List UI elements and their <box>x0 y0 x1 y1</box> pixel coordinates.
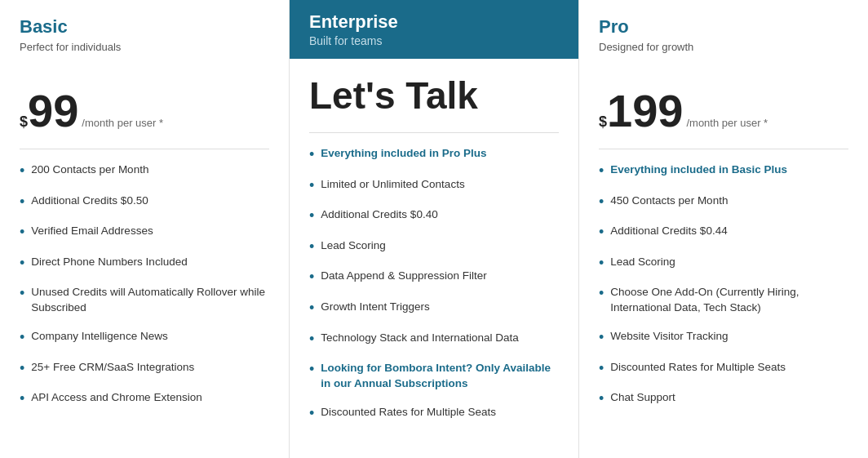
bullet-icon: • <box>599 285 604 303</box>
bullet-icon: • <box>20 162 24 180</box>
enterprise-plan-subtitle: Built for teams <box>309 34 559 47</box>
pro-price-block: $ 199 /month per user * <box>599 88 848 134</box>
pro-plan-name: Pro <box>599 16 848 38</box>
list-item: • Everything included in Pro Plus <box>309 146 559 164</box>
bullet-icon: • <box>309 177 314 195</box>
list-item: • Discounted Rates for Multiple Seats <box>599 360 848 378</box>
bullet-icon: • <box>599 360 604 378</box>
list-item: • Discounted Rates for Multiple Seats <box>309 405 559 423</box>
enterprise-plan-column: Enterprise Built for teams Let's Talk • … <box>290 0 579 458</box>
pro-feature-list: • Everything included in Basic Plus • 45… <box>599 162 848 408</box>
basic-plan-column: Basic Perfect for individuals $ 99 /mont… <box>0 0 290 458</box>
bullet-icon: • <box>309 331 314 349</box>
basic-plan-subtitle: Perfect for individuals <box>20 41 269 53</box>
enterprise-cta: Let's Talk <box>309 73 559 118</box>
list-item: • Additional Credits $0.50 <box>20 193 269 211</box>
bullet-icon: • <box>20 285 24 303</box>
bullet-icon: • <box>20 329 24 347</box>
bullet-icon: • <box>309 146 314 164</box>
enterprise-plan-name: Enterprise <box>309 11 559 33</box>
bullet-icon: • <box>599 390 604 408</box>
list-item: • Data Append & Suppression Filter <box>309 269 559 287</box>
list-item: • Verified Email Addresses <box>20 224 269 242</box>
bullet-icon: • <box>20 360 24 378</box>
list-item: • API Access and Chrome Extension <box>20 390 269 408</box>
basic-divider <box>20 149 269 149</box>
bullet-icon: • <box>309 300 314 318</box>
list-item: • Additional Credits $0.44 <box>599 224 848 242</box>
enterprise-plan-header: Enterprise Built for teams <box>290 0 578 59</box>
pro-price-amount: 199 <box>607 88 683 134</box>
enterprise-divider <box>309 132 559 133</box>
bullet-icon: • <box>309 238 314 256</box>
bullet-icon: • <box>20 224 24 242</box>
list-item: • 200 Contacts per Month <box>20 162 269 180</box>
bullet-icon: • <box>599 162 604 180</box>
basic-plan-header: Basic Perfect for individuals <box>20 16 269 73</box>
basic-price-symbol: $ <box>20 114 28 129</box>
basic-price-amount: 99 <box>28 88 78 134</box>
basic-plan-name: Basic <box>20 16 269 38</box>
pro-price-suffix: /month per user * <box>686 117 768 129</box>
pro-plan-subtitle: Designed for growth <box>599 41 848 53</box>
list-item: • Unused Credits will Automatically Roll… <box>20 285 269 316</box>
bullet-icon: • <box>599 255 604 273</box>
bullet-icon: • <box>20 193 24 211</box>
pricing-container: Basic Perfect for individuals $ 99 /mont… <box>0 0 868 458</box>
list-item: • Everything included in Basic Plus <box>599 162 848 180</box>
pro-plan-column: Pro Designed for growth $ 199 /month per… <box>579 0 868 458</box>
list-item: • Company Intelligence News <box>20 329 269 347</box>
basic-price-suffix: /month per user * <box>82 117 163 129</box>
list-item: • Direct Phone Numbers Included <box>20 255 269 273</box>
list-item: • Chat Support <box>599 390 848 408</box>
list-item: • Lead Scoring <box>599 255 848 273</box>
list-item: • 25+ Free CRM/SaaS Integrations <box>20 360 269 378</box>
list-item: • Lead Scoring <box>309 238 559 256</box>
bullet-icon: • <box>599 329 604 347</box>
bullet-icon: • <box>309 361 314 379</box>
basic-feature-list: • 200 Contacts per Month • Additional Cr… <box>20 162 269 408</box>
list-item: • Additional Credits $0.40 <box>309 207 559 225</box>
bullet-icon: • <box>309 269 314 287</box>
list-item: • 450 Contacts per Month <box>599 193 848 211</box>
bullet-icon: • <box>599 224 604 242</box>
list-item: • Technology Stack and International Dat… <box>309 331 559 349</box>
list-item: • Website Visitor Tracking <box>599 329 848 347</box>
basic-price-block: $ 99 /month per user * <box>20 88 269 134</box>
bullet-icon: • <box>599 193 604 211</box>
bullet-icon: • <box>309 405 314 423</box>
list-item: • Looking for Bombora Intent? Only Avail… <box>309 361 559 392</box>
enterprise-feature-list: • Everything included in Pro Plus • Limi… <box>309 146 559 423</box>
bullet-icon: • <box>20 390 24 408</box>
list-item: • Limited or Unlimited Contacts <box>309 177 559 195</box>
pro-price-symbol: $ <box>599 114 607 129</box>
bullet-icon: • <box>20 255 24 273</box>
pro-plan-header: Pro Designed for growth <box>599 16 848 73</box>
list-item: • Growth Intent Triggers <box>309 300 559 318</box>
list-item: • Choose One Add-On (Currently Hiring, I… <box>599 285 848 316</box>
bullet-icon: • <box>309 207 314 225</box>
pro-divider <box>599 149 848 149</box>
